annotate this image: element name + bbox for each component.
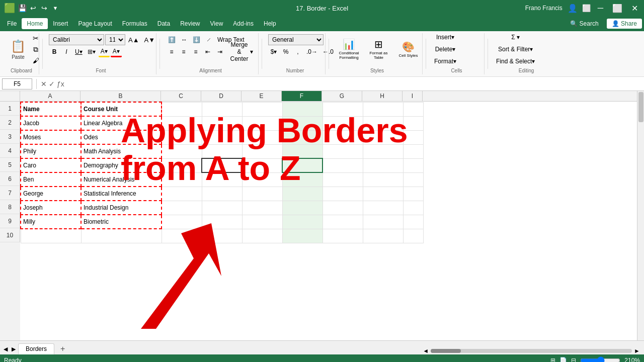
col-header-D[interactable]: D [201, 91, 242, 101]
cell-C1[interactable] [162, 102, 202, 116]
confirm-formula-icon[interactable]: ✓ [49, 80, 55, 88]
cell-H9[interactable] [363, 215, 403, 229]
cell-I8[interactable] [403, 201, 423, 215]
merge-center-button[interactable]: Merge & Center▾ [226, 46, 255, 57]
cell-C7[interactable] [162, 187, 202, 201]
align-left-button[interactable]: ≡ [166, 46, 177, 57]
cell-E8[interactable] [242, 201, 282, 215]
add-sheet-button[interactable]: + [56, 343, 69, 354]
cell-E7[interactable] [242, 187, 282, 201]
cell-F9[interactable] [282, 215, 323, 229]
cell-D2[interactable] [202, 116, 242, 130]
find-select-button[interactable]: Find & Select ▾ [494, 56, 537, 67]
cell-B10[interactable] [81, 229, 162, 243]
cancel-formula-icon[interactable]: ✕ [41, 80, 47, 88]
redo-icon[interactable]: ↪ [40, 4, 48, 12]
number-format-select[interactable]: General [268, 34, 324, 45]
cell-E2[interactable] [242, 116, 282, 130]
cell-H8[interactable] [363, 201, 403, 215]
format-painter-button[interactable]: 🖌 [30, 56, 41, 65]
row-num-3[interactable]: 3 [0, 130, 20, 144]
cell-H4[interactable] [363, 144, 403, 158]
cell-H2[interactable] [363, 116, 403, 130]
cell-C4[interactable] [162, 144, 202, 158]
cell-B4[interactable]: Math Analysis [81, 144, 162, 158]
cell-D7[interactable] [202, 187, 242, 201]
cell-B8[interactable]: Industrial Design [81, 201, 162, 215]
cell-A3[interactable]: Moses [21, 130, 81, 144]
col-header-A[interactable]: A [20, 91, 80, 101]
cell-E9[interactable] [242, 215, 282, 229]
cell-B5[interactable]: Demography [81, 158, 162, 172]
format-button[interactable]: Format ▾ [432, 56, 458, 67]
row-num-5[interactable]: 5 [0, 158, 20, 172]
cell-A5[interactable]: Caro [21, 158, 81, 172]
align-top-button[interactable]: ⬆️ [166, 34, 178, 45]
text-angle-button[interactable]: ⟋ [203, 34, 214, 45]
cell-I6[interactable] [403, 172, 423, 187]
accounting-button[interactable]: $▾ [268, 46, 279, 57]
cell-reference-input[interactable] [2, 78, 32, 89]
cell-F8[interactable] [282, 201, 323, 215]
font-name-select[interactable]: Calibri [49, 34, 104, 45]
scroll-tabs-right-icon[interactable]: ▶ [10, 346, 17, 352]
cell-E5[interactable] [242, 158, 282, 172]
align-center-button[interactable]: ≡ [178, 46, 189, 57]
cell-B9[interactable]: Biometric [81, 215, 162, 229]
cell-F5[interactable] [282, 158, 323, 172]
cell-G6[interactable] [323, 172, 363, 187]
search-button[interactable]: 🔍 Search [566, 19, 603, 28]
menu-addins[interactable]: Add-ins [228, 18, 259, 29]
cell-I9[interactable] [403, 215, 423, 229]
cell-A4[interactable]: Phily [21, 144, 81, 158]
cell-A9[interactable]: Milly [21, 215, 81, 229]
cell-H10[interactable] [363, 229, 403, 243]
cell-F7[interactable] [282, 187, 323, 201]
minimize-button[interactable]: ─ [596, 4, 605, 13]
delete-button[interactable]: Delete ▾ [432, 44, 458, 55]
cell-G2[interactable] [323, 116, 363, 130]
menu-page-layout[interactable]: Page Layout [73, 18, 117, 29]
font-color-button[interactable]: A▾ [111, 46, 122, 57]
menu-view[interactable]: View [205, 18, 228, 29]
view-normal-icon[interactable]: ⊞ [550, 357, 555, 362]
increase-decimal-button[interactable]: .0→ [304, 46, 319, 57]
cell-D6[interactable] [202, 172, 242, 187]
fill-color-button[interactable]: A▾ [99, 46, 110, 57]
menu-insert[interactable]: Insert [48, 18, 73, 29]
menu-file[interactable]: File [2, 18, 22, 29]
cell-F1[interactable] [282, 102, 323, 116]
cell-E3[interactable] [242, 130, 282, 144]
align-right-button[interactable]: ≡ [190, 46, 201, 57]
cell-I10[interactable] [403, 229, 423, 243]
cell-E1[interactable] [242, 102, 282, 116]
align-middle-button[interactable]: ↔ [179, 34, 190, 45]
tab-scroll-right-icon[interactable]: ► [634, 347, 640, 354]
cell-E6[interactable] [242, 172, 282, 187]
menu-data[interactable]: Data [152, 18, 175, 29]
cell-B1[interactable]: Course Unit [81, 102, 162, 116]
cell-I5[interactable] [403, 158, 423, 172]
cell-H1[interactable] [363, 102, 403, 116]
zoom-slider[interactable] [580, 356, 620, 362]
cell-G8[interactable] [323, 201, 363, 215]
insert-button[interactable]: Insert ▾ [432, 32, 458, 43]
cell-D8[interactable] [202, 201, 242, 215]
cell-C5[interactable] [162, 158, 202, 172]
cell-H5[interactable] [363, 158, 403, 172]
view-layout-icon[interactable]: 📄 [559, 357, 567, 362]
cell-A7[interactable]: George [21, 187, 81, 201]
cell-H7[interactable] [363, 187, 403, 201]
autosum-button[interactable]: Σ ▾ [494, 32, 537, 43]
cell-G1[interactable] [323, 102, 363, 116]
cell-F4[interactable] [282, 144, 323, 158]
cell-D3[interactable] [202, 130, 242, 144]
row-num-9[interactable]: 9 [0, 214, 20, 228]
tab-scroll-left-icon[interactable]: ◄ [423, 347, 429, 354]
cell-B6[interactable]: Numerical Analysis [81, 172, 162, 187]
undo-icon[interactable]: ↩ [29, 4, 37, 12]
row-num-4[interactable]: 4 [0, 144, 20, 158]
cell-F10[interactable] [282, 229, 323, 243]
save-icon[interactable]: 💾 [18, 4, 26, 12]
cell-C9[interactable] [162, 215, 202, 229]
